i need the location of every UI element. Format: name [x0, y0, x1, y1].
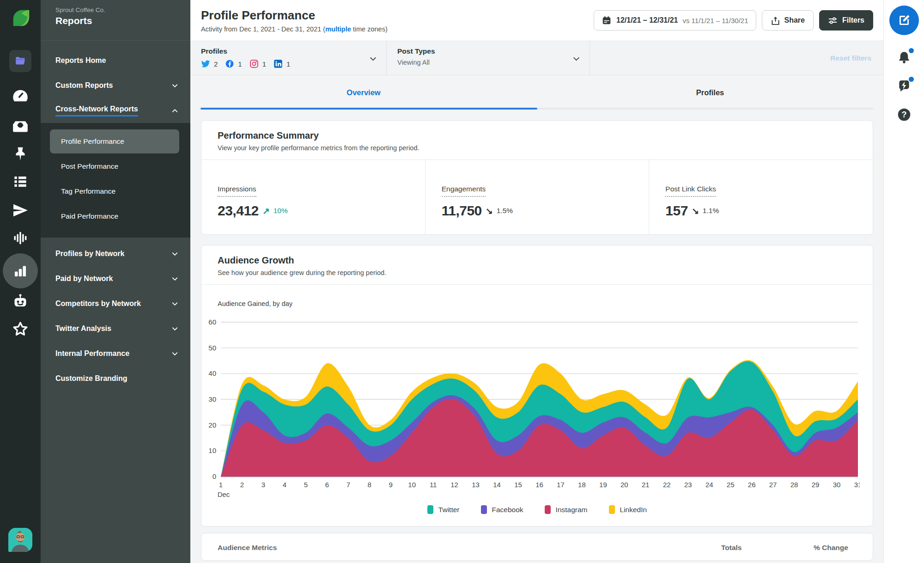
audience-metrics-card: Audience Metrics Totals % Change	[201, 533, 873, 561]
svg-text:15: 15	[514, 481, 522, 489]
svg-text:13: 13	[472, 481, 480, 489]
legend-item-linkedin[interactable]: LinkedIn	[609, 505, 647, 514]
inbox-icon[interactable]	[11, 117, 30, 135]
metric-change: 1.1%	[703, 207, 719, 215]
post-types-filter-label: Post Types	[397, 47, 435, 55]
sidebar-item-post-performance[interactable]: Post Performance	[50, 154, 179, 178]
utility-rail: ?	[883, 0, 924, 563]
metric-label[interactable]: Post Link Clicks	[665, 185, 716, 197]
star-icon[interactable]	[11, 320, 30, 338]
chevron-down-icon	[369, 55, 377, 63]
sidebar-item-cross-network-reports[interactable]: Cross-Network Reports	[41, 98, 190, 123]
paper-plane-icon[interactable]	[11, 201, 30, 220]
legend-item-twitter[interactable]: Twitter	[427, 505, 460, 514]
legend-label: Facebook	[492, 506, 523, 514]
chevron-down-icon	[171, 251, 178, 257]
svg-text:30: 30	[833, 481, 841, 489]
compose-button[interactable]	[889, 6, 919, 35]
tab-overview[interactable]: Overview	[190, 75, 537, 110]
svg-text:24: 24	[705, 481, 713, 489]
app-rail	[0, 0, 41, 563]
sidebar-item-custom-reports[interactable]: Custom Reports	[41, 73, 190, 98]
svg-text:Dec: Dec	[218, 490, 230, 498]
profiles-filter-label: Profiles	[201, 47, 294, 55]
sidebar-item-profiles-by-network[interactable]: Profiles by Network	[41, 241, 190, 266]
waveform-icon[interactable]	[12, 229, 29, 247]
svg-text:7: 7	[346, 481, 350, 489]
metric-value: 11,750	[442, 203, 482, 219]
bot-icon[interactable]	[11, 292, 30, 310]
instagram-count: 1	[262, 60, 266, 68]
pin-icon[interactable]	[12, 145, 29, 163]
sidebar-header: Sprout Coffee Co. Reports	[41, 0, 190, 41]
performance-summary-card: Performance Summary View your key profil…	[201, 120, 873, 235]
svg-text:60: 60	[208, 318, 216, 326]
audience-growth-title: Audience Growth	[218, 255, 858, 266]
metric-engagements: Engagements 11,750↘1.5%	[425, 160, 649, 234]
sidebar-item-paid-by-network[interactable]: Paid by Network	[41, 266, 190, 291]
sidebar-item-paid-performance[interactable]: Paid Performance	[50, 204, 179, 228]
svg-text:5: 5	[304, 481, 308, 489]
timezone-link[interactable]: multiple	[325, 25, 351, 33]
sidebar-item-twitter-analysis[interactable]: Twitter Analysis	[41, 316, 190, 341]
legend-item-facebook[interactable]: Facebook	[481, 505, 523, 514]
chevron-down-icon	[171, 82, 178, 89]
legend-swatch	[481, 505, 487, 514]
share-button[interactable]: Share	[762, 10, 814, 31]
sidebar-item-tag-performance[interactable]: Tag Performance	[50, 179, 179, 203]
sprout-logo[interactable]	[10, 7, 31, 29]
help-icon[interactable]: ?	[897, 107, 912, 122]
sidebar-title: Reports	[55, 15, 190, 26]
performance-summary-title: Performance Summary	[218, 130, 858, 141]
tab-profiles[interactable]: Profiles	[537, 75, 883, 110]
list-icon[interactable]	[12, 173, 29, 190]
sidebar-groups: Profiles by Network Paid by Network Comp…	[41, 238, 190, 391]
metric-value: 23,412	[218, 203, 259, 219]
notifications-bell-icon[interactable]	[897, 50, 912, 65]
sidebar-item-customize-branding[interactable]: Customize Branding	[41, 366, 190, 391]
legend-swatch	[427, 505, 433, 514]
legend-label: Instagram	[556, 506, 588, 514]
svg-text:50: 50	[208, 344, 216, 352]
chevron-down-icon	[171, 325, 178, 332]
audience-metrics-title: Audience Metrics	[218, 544, 277, 552]
chevron-up-icon	[171, 107, 178, 114]
feedback-bolt-icon[interactable]	[897, 79, 912, 93]
sidebar-item-competitors-by-network[interactable]: Competitors by Network	[41, 291, 190, 316]
svg-text:8: 8	[368, 481, 371, 489]
metric-label[interactable]: Impressions	[218, 185, 256, 197]
filters-sliders-icon	[828, 16, 838, 25]
reset-filters-button[interactable]: Reset filters	[830, 54, 883, 62]
metric-label[interactable]: Engagements	[442, 185, 486, 197]
svg-text:31: 31	[854, 481, 860, 489]
sidebar-item-profile-performance[interactable]: Profile Performance	[50, 129, 179, 153]
svg-text:20: 20	[208, 421, 216, 429]
reports-sidebar: Sprout Coffee Co. Reports Reports Home C…	[41, 0, 190, 563]
reports-folder-icon[interactable]	[9, 50, 31, 72]
user-avatar[interactable]	[8, 528, 32, 552]
filters-button[interactable]: Filters	[819, 10, 873, 31]
svg-text:9: 9	[389, 481, 393, 489]
svg-text:22: 22	[663, 481, 671, 489]
page-title: Profile Performance	[201, 8, 594, 23]
sidebar-item-internal-performance[interactable]: Internal Performance	[41, 341, 190, 366]
dashboard-gauge-icon[interactable]	[11, 86, 30, 105]
post-types-filter[interactable]: Post Types Viewing All	[387, 41, 590, 75]
chart-legend: TwitterFacebookInstagramLinkedIn	[201, 505, 873, 514]
svg-text:0: 0	[213, 472, 216, 480]
svg-text:20: 20	[620, 481, 628, 489]
percent-change-column-header: % Change	[814, 544, 848, 552]
legend-item-instagram[interactable]: Instagram	[545, 505, 588, 514]
svg-text:14: 14	[493, 481, 501, 489]
sidebar-item-reports-home[interactable]: Reports Home	[41, 48, 190, 73]
svg-text:21: 21	[642, 481, 650, 489]
reports-bar-chart-icon[interactable]	[3, 253, 38, 288]
profiles-filter[interactable]: Profiles 2 1 1 1	[190, 41, 387, 75]
audience-growth-description: See how your audience grew during the re…	[218, 269, 858, 276]
svg-text:26: 26	[748, 481, 756, 489]
twitter-count: 2	[214, 60, 218, 68]
svg-text:30: 30	[208, 395, 216, 403]
svg-text:6: 6	[325, 481, 329, 489]
date-range-button[interactable]: 12/1/21 – 12/31/21 vs 11/1/21 – 11/30/21	[594, 10, 756, 31]
page-header: Profile Performance Activity from Dec 1,…	[190, 0, 883, 41]
